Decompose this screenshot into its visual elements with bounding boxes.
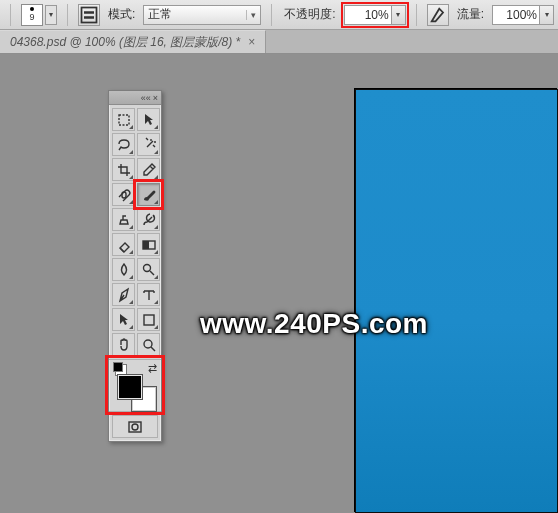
svg-rect-2 xyxy=(84,16,94,19)
flow-label: 流量: xyxy=(455,6,486,23)
brush-tool[interactable] xyxy=(137,183,160,206)
zoom-tool[interactable] xyxy=(137,333,160,356)
gradient-tool[interactable] xyxy=(137,233,160,256)
brush-panel-toggle-icon[interactable] xyxy=(78,4,100,26)
svg-rect-1 xyxy=(84,11,94,14)
marquee-tool[interactable] xyxy=(112,108,135,131)
flow-dropdown-arrow[interactable]: ▾ xyxy=(540,5,554,25)
path-select-tool[interactable] xyxy=(112,308,135,331)
color-swatches[interactable]: ⇄ xyxy=(109,359,161,411)
blur-tool[interactable] xyxy=(112,258,135,281)
separator xyxy=(10,4,11,26)
chevron-down-icon: ▾ xyxy=(246,10,256,20)
flow-value[interactable]: 100% xyxy=(492,5,540,25)
tools-panel: «« × xyxy=(108,90,162,442)
tablet-pressure-opacity-icon[interactable] xyxy=(427,4,449,26)
opacity-input[interactable]: 10% ▾ xyxy=(344,5,406,25)
clone-stamp-tool[interactable] xyxy=(112,208,135,231)
options-bar: 9 ▾ 模式: 正常 ▾ 不透明度: 10% ▾ 流量: 100% ▾ xyxy=(0,0,558,30)
blend-mode-value: 正常 xyxy=(148,6,172,23)
svg-point-9 xyxy=(144,340,152,348)
hand-tool[interactable] xyxy=(112,333,135,356)
panel-header[interactable]: «« × xyxy=(109,91,161,105)
opacity-value[interactable]: 10% xyxy=(344,5,392,25)
opacity-dropdown-arrow[interactable]: ▾ xyxy=(392,5,406,25)
blend-mode-select[interactable]: 正常 ▾ xyxy=(143,5,261,25)
flow-input[interactable]: 100% ▾ xyxy=(492,5,554,25)
foreground-color-swatch[interactable] xyxy=(117,374,143,400)
brush-dropdown-arrow[interactable]: ▾ xyxy=(45,5,57,25)
svg-rect-3 xyxy=(119,115,129,125)
move-tool[interactable] xyxy=(137,108,160,131)
healing-brush-tool[interactable] xyxy=(112,183,135,206)
svg-point-7 xyxy=(143,264,150,271)
close-icon[interactable]: × xyxy=(248,35,255,49)
type-tool[interactable] xyxy=(137,283,160,306)
default-colors-icon[interactable] xyxy=(113,362,123,372)
eraser-tool[interactable] xyxy=(112,233,135,256)
eyedropper-tool[interactable] xyxy=(137,158,160,181)
brush-preset-picker[interactable]: 9 ▾ xyxy=(21,4,57,26)
separator xyxy=(271,4,272,26)
svg-rect-6 xyxy=(143,241,149,249)
document-tab[interactable]: 04368.psd @ 100% (图层 16, 图层蒙版/8) * × xyxy=(0,30,266,53)
brush-preview-icon: 9 xyxy=(21,4,43,26)
brush-size-label: 9 xyxy=(29,12,34,22)
edit-mode-section xyxy=(109,411,161,441)
history-brush-tool[interactable] xyxy=(137,208,160,231)
crop-tool[interactable] xyxy=(112,158,135,181)
close-icon[interactable]: × xyxy=(153,93,158,103)
shape-tool[interactable] xyxy=(137,308,160,331)
pen-tool[interactable] xyxy=(112,283,135,306)
lasso-tool[interactable] xyxy=(112,133,135,156)
swap-colors-icon[interactable]: ⇄ xyxy=(148,362,157,375)
magic-wand-tool[interactable] xyxy=(137,133,160,156)
dodge-tool[interactable] xyxy=(137,258,160,281)
workspace-canvas[interactable]: www.240PS.com xyxy=(0,54,558,513)
mode-label: 模式: xyxy=(106,6,137,23)
separator xyxy=(416,4,417,26)
opacity-label: 不透明度: xyxy=(282,6,337,23)
svg-rect-0 xyxy=(82,7,97,22)
document-canvas[interactable] xyxy=(355,89,558,513)
collapse-icon[interactable]: «« xyxy=(141,93,151,103)
tool-grid xyxy=(109,105,161,359)
quick-mask-toggle[interactable] xyxy=(112,415,158,438)
document-tab-bar: 04368.psd @ 100% (图层 16, 图层蒙版/8) * × xyxy=(0,30,558,54)
document-tab-title: 04368.psd @ 100% (图层 16, 图层蒙版/8) * xyxy=(10,34,240,51)
svg-point-11 xyxy=(132,424,138,430)
separator xyxy=(67,4,68,26)
svg-rect-8 xyxy=(144,315,154,325)
